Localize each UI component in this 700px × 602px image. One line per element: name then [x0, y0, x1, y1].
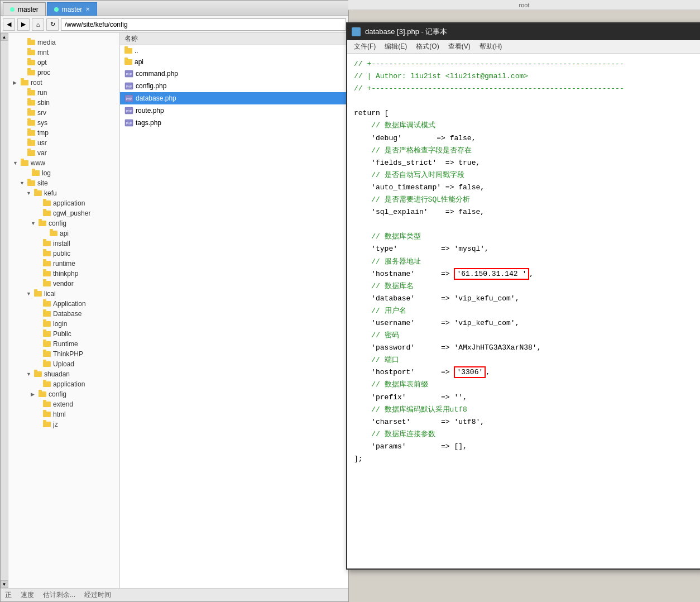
tree-item-licai[interactable]: ▼ licai	[8, 289, 119, 299]
menu-format[interactable]: 格式(O)	[411, 41, 443, 52]
tree-item-Upload[interactable]: Upload	[8, 359, 119, 369]
file-item-dotdot[interactable]: ..	[120, 45, 348, 56]
tree-label-Public: Public	[53, 330, 71, 338]
folder-icon-config2	[39, 391, 46, 397]
tab-close-button[interactable]: ✕	[85, 6, 90, 12]
svg-text:PHP: PHP	[126, 122, 132, 125]
tree-item-shuadan[interactable]: ▼ shuadan	[8, 369, 119, 379]
tree-item-application[interactable]: application	[8, 198, 119, 208]
menu-help[interactable]: 帮助(H)	[475, 41, 507, 52]
menu-view[interactable]: 查看(V)	[444, 41, 475, 52]
tree-item-tmp[interactable]: tmp	[8, 128, 119, 138]
folder-icon-api	[50, 231, 57, 236]
tree-item-site[interactable]: ▼ site	[8, 178, 119, 188]
back-button[interactable]: ◀	[3, 18, 15, 31]
tree-item-proc[interactable]: proc	[8, 68, 119, 78]
menu-edit[interactable]: 编辑(E)	[380, 41, 411, 52]
code-line-33: ];	[354, 453, 696, 465]
tree-item-media[interactable]: media	[8, 37, 119, 47]
file-manager-window: master master ✕ ◀ ▶ ⌂ ↻ /www/site/kefu/c…	[0, 0, 349, 602]
tree-item-kefu[interactable]: ▼ kefu	[8, 188, 119, 198]
tree-item-mnt[interactable]: mnt	[8, 47, 119, 58]
code-line-10: // 是否自动写入时间戳字段	[354, 169, 696, 181]
tree-item-runtime[interactable]: runtime	[8, 259, 119, 269]
elapsed-label: 经过时间	[84, 590, 111, 600]
tree-item-srv[interactable]: srv	[8, 108, 119, 118]
refresh-button[interactable]: ↻	[46, 18, 59, 31]
tree-item-login[interactable]: login	[8, 319, 119, 329]
tree-label-run: run	[37, 89, 47, 97]
file-item-api[interactable]: api	[120, 56, 348, 68]
code-line-20: 'database' => 'vip_kefu_com',	[354, 293, 696, 305]
scroll-up-button[interactable]: ▲	[1, 33, 8, 41]
tree-item-extend[interactable]: extend	[8, 399, 119, 409]
svg-text:PHP: PHP	[126, 97, 132, 101]
tree-item-config2[interactable]: ▶ config	[8, 389, 119, 399]
tree-item-jz[interactable]: jz	[8, 419, 119, 429]
menu-file[interactable]: 文件(F)	[349, 41, 380, 52]
file-panel: 名称 .. api PHP command.php PHP config.p	[120, 33, 348, 588]
tree-label-log: log	[42, 169, 51, 177]
file-item-command[interactable]: PHP command.php	[120, 68, 348, 80]
tree-label-shuadan: shuadan	[44, 370, 70, 378]
tree-label-opt: opt	[37, 59, 47, 66]
tree-item-application2[interactable]: application	[8, 379, 119, 389]
forward-button[interactable]: ▶	[17, 18, 30, 31]
speed-label: 速度	[21, 590, 34, 600]
tree-item-usr[interactable]: usr	[8, 138, 119, 148]
code-line-11: 'auto_timestamp' => false,	[354, 181, 696, 194]
folder-icon-root	[21, 80, 28, 85]
tree-item-opt[interactable]: opt	[8, 58, 119, 68]
tree-item-Runtime[interactable]: Runtime	[8, 339, 119, 349]
tree-item-vendor[interactable]: vendor	[8, 279, 119, 289]
status-text: 正	[5, 590, 12, 600]
tree-label-srv: srv	[37, 109, 46, 117]
estimate-label: 估计剩余...	[43, 590, 75, 600]
tree-label-var: var	[37, 149, 47, 157]
scroll-down-button[interactable]: ▼	[1, 580, 8, 588]
tree-item-ThinkPHP[interactable]: ThinkPHP	[8, 349, 119, 359]
tree-item-cgwl[interactable]: cgwl_pusher	[8, 208, 119, 218]
tree-item-run[interactable]: run	[8, 88, 119, 98]
file-name-api: api	[135, 58, 143, 66]
tree-item-public[interactable]: public	[8, 249, 119, 259]
file-name-database: database.php	[136, 94, 176, 102]
tree-label-licai: licai	[44, 290, 56, 298]
tree-item-var[interactable]: var	[8, 148, 119, 158]
notepad-content[interactable]: // +------------------------------------…	[347, 54, 700, 568]
tree-item-api[interactable]: api	[8, 228, 119, 238]
folder-icon-dotdot	[124, 48, 132, 54]
tree-item-Public[interactable]: Public	[8, 329, 119, 339]
tree-item-install[interactable]: install	[8, 238, 119, 249]
tree-item-thinkphp[interactable]: thinkphp	[8, 269, 119, 279]
tree-item-log[interactable]: log	[8, 168, 119, 178]
code-line-19: // 数据库名	[354, 280, 696, 293]
tree-item-Application[interactable]: Application	[8, 299, 119, 309]
file-item-database[interactable]: PHP database.php	[120, 92, 348, 104]
tree-label-tmp: tmp	[37, 129, 49, 137]
file-item-route[interactable]: PHP route.php	[120, 104, 348, 117]
tree-item-www[interactable]: ▼ www	[8, 158, 119, 168]
tab-master-2[interactable]: master ✕	[47, 2, 98, 16]
tree-item-html[interactable]: html	[8, 409, 119, 419]
svg-text:PHP: PHP	[126, 85, 132, 88]
code-line-22: 'username' => 'vip_kefu_com',	[354, 317, 696, 329]
home-button[interactable]: ⌂	[32, 18, 44, 31]
file-item-tags[interactable]: PHP tags.php	[120, 117, 348, 129]
tree-item-sys[interactable]: sys	[8, 118, 119, 128]
tab-master-1[interactable]: master	[3, 2, 46, 16]
tree-label-Application: Application	[53, 300, 86, 308]
tree-label-jz: jz	[53, 421, 58, 428]
code-line-14	[354, 218, 696, 231]
file-name-command: command.php	[136, 70, 178, 78]
file-item-config[interactable]: PHP config.php	[120, 80, 348, 92]
tree-label-Database: Database	[53, 310, 81, 318]
tree-item-Database[interactable]: Database	[8, 309, 119, 319]
tree-item-sbin[interactable]: sbin	[8, 98, 119, 108]
tree-label-proc: proc	[37, 69, 50, 77]
tree-item-config[interactable]: ▼ config	[8, 218, 119, 228]
path-bar[interactable]: /www/site/kefu/config	[61, 18, 346, 31]
tree-item-root[interactable]: ▶ root	[8, 78, 119, 88]
column-header-name: 名称	[124, 34, 138, 44]
folder-icon-sys	[27, 120, 35, 126]
